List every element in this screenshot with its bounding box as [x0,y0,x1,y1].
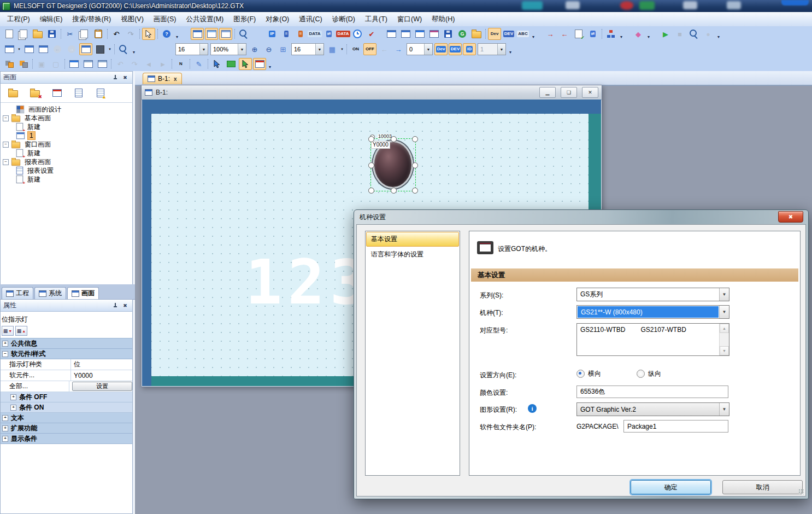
chevron-down-icon[interactable]: ▼ [719,306,729,318]
screen-property-icon[interactable] [219,28,232,40]
resize-handle-e[interactable] [412,162,418,168]
screen-alarm-icon[interactable]: ▲ [93,86,108,100]
screen-open-icon[interactable] [22,43,36,55]
window-customize-icon[interactable] [427,28,440,40]
screen-image-list-icon[interactable] [237,28,250,40]
window-cascade-icon[interactable] [385,28,398,40]
consecutive-copy-icon[interactable] [67,58,80,70]
copy-appearance-icon[interactable] [96,58,109,70]
property-row-指示灯种类[interactable]: 指示灯种类位 [1,359,132,370]
tree-item-报表画面[interactable]: −报表画面 [1,157,132,166]
grid-size-combo[interactable]: 16▼ [291,43,324,55]
set-button[interactable]: 设置 [72,382,132,391]
simulator-settings-icon[interactable] [687,28,701,40]
device-display-mode-icon[interactable]: Dev [488,28,501,40]
grid-display-icon[interactable]: ▦ [326,43,339,55]
pin-icon[interactable] [111,73,120,81]
dock-tab-工程[interactable]: 工程 [2,287,33,299]
orientation-vertical-option[interactable]: 纵向 [637,369,661,378]
scroll-up-icon[interactable]: ▲ [720,324,729,333]
compatible-models-list[interactable]: GS2110-WTBD GS2107-WTBD ▲ ▼ [576,323,729,356]
system-information-icon[interactable] [251,28,264,40]
library-icon[interactable]: G [456,28,469,40]
data-security-icon[interactable]: ◆ [632,28,645,40]
dock-tab-系统[interactable]: 系统 [34,287,66,299]
menu-画面S[interactable]: 画面(S) [149,13,181,26]
graphic-setting-combo[interactable]: GOT Graphic Ver.2 ▼ [576,402,729,416]
info-icon[interactable]: i [528,404,537,413]
verify-data-icon[interactable]: ✔ [365,28,378,40]
verify-got-icon[interactable]: ✔ [572,28,585,40]
expander-icon[interactable]: + [2,425,8,431]
new-screen-icon[interactable] [3,43,16,55]
sort-view-icon[interactable]: ▦▲ [15,326,27,336]
edit-vertices-icon[interactable]: N [174,58,187,70]
close-icon[interactable]: ✖ [121,73,130,81]
menu-编辑E[interactable]: 编辑(E) [35,13,68,26]
restore-button[interactable]: ❏ [561,87,577,98]
menu-工程P[interactable]: 工程(P) [2,13,35,26]
expander-icon[interactable]: + [2,436,8,442]
screen-comment-icon[interactable] [71,86,86,100]
zoom-combo[interactable]: 100%▼ [210,43,246,55]
object-edit-icon[interactable]: ✎ [192,58,205,70]
data-transfer-icon[interactable]: ⇄ [322,28,336,40]
selection-box[interactable]: 10003 Y0000 [370,138,416,191]
help-icon[interactable]: ? [160,28,173,40]
chevron-down-icon[interactable]: ▼ [719,288,729,301]
screen-image-icon[interactable] [117,43,130,55]
toolbar-overflow-icon[interactable]: ▾ [267,59,273,69]
save-project-icon[interactable] [45,28,58,40]
toolbar-overflow-icon[interactable]: ▾ [531,28,536,39]
select-arrow-icon[interactable] [210,58,223,70]
window-save-icon[interactable] [442,28,455,40]
property-row-软元件...[interactable]: 软元件...Y0000 [1,370,132,381]
data-list-icon[interactable]: DATA [308,28,321,40]
select-mode-icon[interactable] [142,28,155,40]
network-status-icon[interactable] [604,28,617,40]
write-to-got-icon[interactable]: → [544,28,557,40]
tree-expander-icon[interactable]: − [3,159,9,165]
toolbar-overflow-icon[interactable]: ▾ [131,44,137,55]
tree-item-新建[interactable]: +新建 [1,122,132,131]
state-next-icon[interactable]: → [392,43,405,55]
dropdown-arrow-icon[interactable]: ▾ [339,47,345,51]
screen-close-icon[interactable] [37,43,50,55]
tree-item-基本画面[interactable]: −基本画面 [1,114,132,122]
device-label-display-icon[interactable]: DEV [502,28,515,40]
label-display-button[interactable]: DEV [449,43,462,55]
radio-selected-icon[interactable] [576,370,585,378]
resize-handle-s[interactable] [391,188,397,194]
menu-搜索/替换R[interactable]: 搜索/替换(R) [67,13,116,26]
property-section-扩展功能[interactable]: +扩展功能 [1,423,132,434]
window-tile-icon[interactable] [399,28,412,40]
state-off-button[interactable]: OFF [363,43,376,55]
expander-icon[interactable]: + [10,394,16,400]
read-from-got-icon[interactable]: ← [558,28,571,40]
data-check-icon[interactable]: DATA [337,28,350,40]
orientation-horizontal-option[interactable]: 横向 [576,369,601,378]
toolbar-overflow-icon[interactable]: ▾ [646,28,651,39]
tree-item-画面的设计[interactable]: 画面的设计 [1,105,132,114]
expander-icon[interactable]: − [2,351,8,357]
device-list-icon[interactable]: ≡ [280,28,293,40]
open-screen-icon[interactable] [5,86,21,100]
toolbar-overflow-icon[interactable]: ▾ [508,44,513,55]
toolbar-overflow-icon[interactable]: ▾ [716,28,721,39]
minimize-button[interactable]: ▁ [539,87,556,98]
window-preview-mode-icon[interactable] [253,58,266,70]
new-base-screen-icon[interactable] [191,28,204,40]
property-value[interactable]: Y0000 [71,370,132,381]
device-display-button[interactable]: Dev [434,43,448,55]
resize-handle-ne[interactable] [412,136,418,142]
device-use-list-icon[interactable]: ≡ [294,28,307,40]
close-icon[interactable]: ✖ [121,301,130,309]
resize-handle-w[interactable] [368,162,374,168]
property-section-公共信息[interactable]: +公共信息 [1,338,132,349]
dialog-titlebar[interactable]: 机种设置 [354,210,808,224]
window-selection-icon[interactable] [413,28,426,40]
property-section-软元件/样式[interactable]: −软元件/样式 [1,349,132,359]
resize-handle-n[interactable] [391,136,397,142]
property-row-全部...[interactable]: 全部...设置 [1,381,132,392]
font-size-combo[interactable]: 16▼ [175,43,208,55]
